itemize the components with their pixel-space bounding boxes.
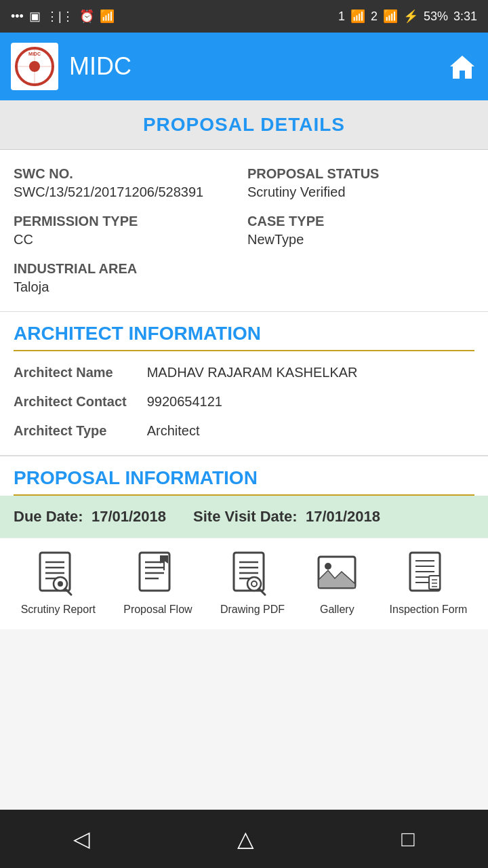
app-header-left: MIDC MIDC bbox=[11, 43, 131, 90]
due-date-label: Due Date: bbox=[14, 508, 83, 525]
arch-type-value: Architect bbox=[147, 423, 474, 439]
arch-name-value: MADHAV RAJARAM KASHELKAR bbox=[147, 365, 474, 380]
architect-title: ARCHITECT INFORMATION bbox=[14, 323, 261, 344]
permission-type-label: PERMISSION TYPE bbox=[14, 214, 241, 229]
permission-type-value: CC bbox=[14, 232, 241, 248]
case-type-value: NewType bbox=[247, 232, 474, 248]
alarm-icon: ⏰ bbox=[79, 9, 94, 24]
arch-type-label: Architect Type bbox=[14, 423, 127, 439]
status-bar-right: 1 📶 2 📶 ⚡ 53% 3:31 bbox=[338, 9, 477, 24]
industrial-area-label: INDUSTRIAL AREA bbox=[14, 261, 474, 277]
signal1-icon: 📶 bbox=[350, 9, 365, 24]
battery-label: 53% bbox=[424, 9, 448, 24]
proposal-flow-label: Proposal Flow bbox=[123, 604, 192, 616]
nav-home-button[interactable]: △ bbox=[224, 821, 268, 857]
app-header: MIDC MIDC bbox=[0, 33, 488, 100]
site-visit-text: Site Visit Date: 17/01/2018 bbox=[193, 508, 380, 526]
proposal-details-section: SWC NO. SWC/13/521/20171206/528391 PROPO… bbox=[0, 150, 488, 312]
gallery-label: Gallery bbox=[320, 604, 354, 616]
arch-contact-label: Architect Contact bbox=[14, 394, 127, 410]
gallery-icon bbox=[312, 549, 361, 598]
recent-apps-button[interactable]: □ bbox=[388, 821, 428, 857]
swc-number-item: SWC NO. SWC/13/521/20171206/528391 bbox=[14, 166, 241, 200]
back-button[interactable]: ◁ bbox=[60, 821, 104, 857]
proposal-status-item: PROPOSAL STATUS Scrutiny Verified bbox=[247, 166, 474, 200]
signal2-icon: 📶 bbox=[383, 9, 398, 24]
inspection-form-button[interactable]: Inspection Form bbox=[390, 549, 468, 616]
battery-icon: ⚡ bbox=[403, 9, 418, 24]
proposal-info-header: PROPOSAL INFORMATION bbox=[14, 456, 474, 496]
due-date-bar: Due Date: 17/01/2018 Site Visit Date: 17… bbox=[0, 496, 488, 538]
industrial-area-item: INDUSTRIAL AREA Taloja bbox=[14, 261, 474, 295]
site-visit-value: 17/01/2018 bbox=[306, 508, 380, 525]
time-label: 3:31 bbox=[453, 9, 477, 24]
app-title: MIDC bbox=[69, 52, 131, 81]
action-icons-bar: Scrutiny Report Proposal Flow bbox=[0, 538, 488, 629]
proposal-details-header: PROPOSAL DETAILS bbox=[0, 100, 488, 150]
home-icon bbox=[447, 52, 477, 81]
case-type-item: CASE TYPE NewType bbox=[247, 214, 474, 248]
proposal-status-value: Scrutiny Verified bbox=[247, 184, 474, 200]
dot-icon: ••• bbox=[11, 9, 24, 24]
inspection-form-icon bbox=[404, 549, 453, 598]
scrutiny-report-label: Scrutiny Report bbox=[21, 604, 96, 616]
proposal-flow-button[interactable]: Proposal Flow bbox=[123, 549, 192, 616]
scrutiny-report-button[interactable]: Scrutiny Report bbox=[21, 549, 96, 616]
drawing-pdf-button[interactable]: Drawing PDF bbox=[220, 549, 285, 616]
proposal-status-label: PROPOSAL STATUS bbox=[247, 166, 474, 182]
swc-value: SWC/13/521/20171206/528391 bbox=[14, 184, 241, 200]
proposal-flow-icon bbox=[134, 549, 182, 598]
due-date-value: 17/01/2018 bbox=[92, 508, 166, 525]
content-spacer bbox=[0, 629, 488, 810]
wifi-icon: 📶 bbox=[100, 9, 115, 24]
vibrate-icon: ⋮|⋮ bbox=[46, 9, 74, 24]
nfc-icon: ▣ bbox=[29, 9, 41, 24]
network2-label: 2 bbox=[371, 9, 378, 24]
home-button[interactable] bbox=[447, 52, 477, 81]
permission-type-item: PERMISSION TYPE CC bbox=[14, 214, 241, 248]
svg-point-12 bbox=[58, 581, 63, 587]
arch-contact-value: 9920654121 bbox=[147, 394, 474, 410]
status-bar: ••• ▣ ⋮|⋮ ⏰ 📶 1 📶 2 📶 ⚡ 53% 3:31 bbox=[0, 0, 488, 33]
svg-point-28 bbox=[325, 563, 331, 570]
swc-label: SWC NO. bbox=[14, 166, 241, 182]
gallery-button[interactable]: Gallery bbox=[312, 549, 361, 616]
proposal-info-section: PROPOSAL INFORMATION bbox=[0, 456, 488, 496]
proposal-details-title: PROPOSAL DETAILS bbox=[143, 114, 345, 135]
details-grid: SWC NO. SWC/13/521/20171206/528391 PROPO… bbox=[14, 166, 474, 295]
network1-label: 1 bbox=[338, 9, 345, 24]
nav-bar: ◁ △ □ bbox=[0, 810, 488, 868]
app-logo: MIDC bbox=[11, 43, 58, 90]
architect-section: ARCHITECT INFORMATION Architect Name MAD… bbox=[0, 312, 488, 455]
case-type-label: CASE TYPE bbox=[247, 214, 474, 229]
architect-grid: Architect Name MADHAV RAJARAM KASHELKAR … bbox=[14, 365, 474, 439]
arch-name-label: Architect Name bbox=[14, 365, 127, 380]
drawing-pdf-label: Drawing PDF bbox=[220, 604, 285, 616]
due-date-text: Due Date: 17/01/2018 bbox=[14, 508, 166, 526]
status-bar-left: ••• ▣ ⋮|⋮ ⏰ 📶 bbox=[11, 9, 115, 24]
proposal-info-title: PROPOSAL INFORMATION bbox=[14, 467, 258, 488]
industrial-area-value: Taloja bbox=[14, 279, 474, 295]
drawing-pdf-icon bbox=[228, 549, 277, 598]
site-visit-label: Site Visit Date: bbox=[193, 508, 298, 525]
scrutiny-report-icon bbox=[34, 549, 83, 598]
logo-svg: MIDC bbox=[14, 46, 55, 87]
architect-header: ARCHITECT INFORMATION bbox=[14, 312, 474, 351]
svg-rect-35 bbox=[429, 576, 440, 589]
inspection-form-label: Inspection Form bbox=[390, 604, 468, 616]
